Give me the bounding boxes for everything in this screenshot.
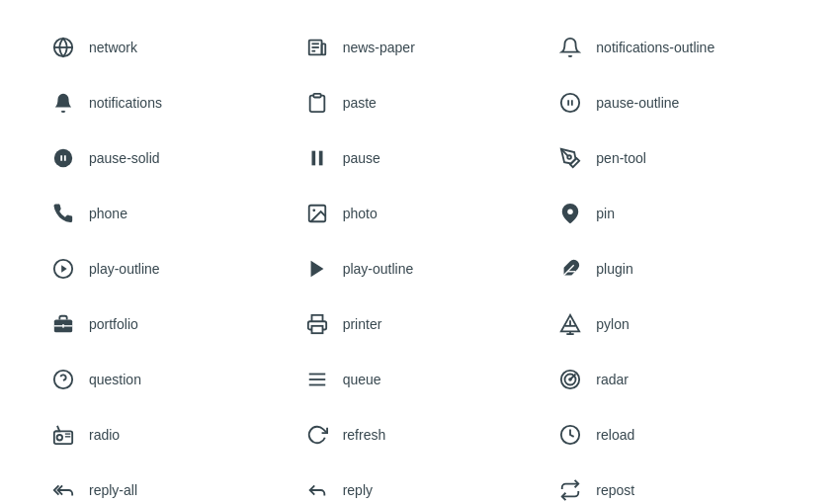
phone-icon bbox=[49, 200, 77, 227]
radio-label: radio bbox=[89, 427, 120, 443]
question-icon bbox=[49, 366, 77, 393]
icon-item-reply: reply bbox=[294, 462, 547, 504]
pen-tool-label: pen-tool bbox=[596, 150, 646, 166]
notifications-outline-icon bbox=[556, 34, 584, 61]
network-icon bbox=[49, 34, 77, 61]
icon-item-pause-outline: pause-outline bbox=[546, 75, 800, 130]
svg-rect-3 bbox=[321, 43, 325, 54]
icon-item-play-outline2: play-outline bbox=[294, 241, 547, 296]
notifications-outline-label: notifications-outline bbox=[596, 40, 714, 55]
notifications-label: notifications bbox=[89, 95, 162, 111]
svg-marker-21 bbox=[61, 265, 66, 272]
pause-outline-label: pause-outline bbox=[596, 95, 679, 111]
plugin-label: plugin bbox=[596, 261, 632, 277]
queue-icon bbox=[303, 366, 331, 393]
news-paper-icon bbox=[303, 34, 331, 61]
paste-icon bbox=[303, 89, 331, 117]
icon-item-paste: paste bbox=[294, 75, 547, 130]
question-label: question bbox=[89, 372, 141, 387]
notifications-icon bbox=[49, 89, 77, 117]
icon-item-pin: pin bbox=[546, 186, 800, 241]
reload-icon bbox=[556, 421, 584, 449]
printer-icon bbox=[303, 310, 331, 338]
svg-point-18 bbox=[312, 209, 315, 211]
icon-item-phone: phone bbox=[40, 186, 294, 241]
photo-icon bbox=[303, 200, 331, 227]
icon-item-refresh: refresh bbox=[294, 407, 547, 462]
play-icon bbox=[303, 255, 331, 283]
svg-point-11 bbox=[54, 149, 72, 167]
icon-item-pylon: pylon bbox=[546, 296, 800, 352]
reply-all-icon bbox=[49, 476, 77, 504]
photo-label: photo bbox=[343, 206, 378, 221]
icon-item-radar: radar bbox=[546, 352, 800, 407]
icon-item-queue: queue bbox=[294, 352, 547, 407]
play-outline2-label: play-outline bbox=[343, 261, 414, 277]
radar-icon bbox=[556, 366, 584, 393]
pylon-icon bbox=[556, 310, 584, 338]
icon-item-notifications: notifications bbox=[40, 75, 294, 130]
pause-icon bbox=[303, 144, 331, 172]
icon-item-photo: photo bbox=[294, 186, 547, 241]
reply-all-label: reply-all bbox=[89, 482, 137, 498]
icon-item-pen-tool: pen-tool bbox=[546, 130, 800, 186]
phone-label: phone bbox=[89, 206, 127, 221]
icon-item-question: question bbox=[40, 352, 294, 407]
svg-rect-28 bbox=[311, 326, 322, 333]
news-paper-label: news-paper bbox=[343, 40, 415, 55]
printer-label: printer bbox=[343, 316, 382, 332]
icon-item-pause-solid: pause-solid bbox=[40, 130, 294, 186]
icon-item-portfolio: portfolio bbox=[40, 296, 294, 352]
reply-label: reply bbox=[343, 482, 373, 498]
icon-item-reload: reload bbox=[546, 407, 800, 462]
icon-item-radio: radio bbox=[40, 407, 294, 462]
svg-rect-14 bbox=[311, 151, 315, 166]
play-outline-circle-icon bbox=[49, 255, 77, 283]
icon-item-plugin: plugin bbox=[546, 241, 800, 296]
pin-label: pin bbox=[596, 206, 615, 221]
refresh-icon bbox=[303, 421, 331, 449]
reload-label: reload bbox=[596, 427, 634, 443]
portfolio-icon bbox=[49, 310, 77, 338]
icon-item-network: network bbox=[40, 20, 294, 75]
radar-label: radar bbox=[596, 372, 629, 387]
icon-item-play-outline: play-outline bbox=[40, 241, 294, 296]
svg-point-8 bbox=[561, 94, 579, 112]
refresh-label: refresh bbox=[343, 427, 386, 443]
icon-item-pause: pause bbox=[294, 130, 547, 186]
svg-rect-15 bbox=[318, 151, 322, 166]
pause-solid-icon bbox=[49, 144, 77, 172]
svg-point-16 bbox=[568, 155, 572, 159]
plugin-icon bbox=[556, 255, 584, 283]
pause-solid-label: pause-solid bbox=[89, 150, 160, 166]
icon-item-notifications-outline: notifications-outline bbox=[546, 20, 800, 75]
svg-rect-7 bbox=[313, 94, 320, 98]
repost-icon bbox=[556, 476, 584, 504]
queue-label: queue bbox=[343, 372, 381, 387]
svg-point-19 bbox=[568, 209, 574, 214]
svg-marker-22 bbox=[310, 261, 323, 278]
icon-grid: network news-paper notifications-outline… bbox=[0, 0, 840, 504]
repost-label: repost bbox=[596, 482, 634, 498]
icon-item-printer: printer bbox=[294, 296, 547, 352]
svg-point-43 bbox=[57, 435, 63, 441]
pause-outline-icon bbox=[556, 89, 584, 117]
pen-tool-icon bbox=[556, 144, 584, 172]
icon-item-news-paper: news-paper bbox=[294, 20, 547, 75]
pylon-label: pylon bbox=[596, 316, 629, 332]
pause-label: pause bbox=[343, 150, 380, 166]
icon-item-reply-all: reply-all bbox=[40, 462, 294, 504]
icon-item-repost: repost bbox=[546, 462, 800, 504]
play-outline-label: play-outline bbox=[89, 261, 160, 277]
reply-icon bbox=[303, 476, 331, 504]
network-label: network bbox=[89, 40, 137, 55]
paste-label: paste bbox=[343, 95, 377, 111]
pin-icon bbox=[556, 200, 584, 227]
portfolio-label: portfolio bbox=[89, 316, 138, 332]
radio-icon bbox=[49, 421, 77, 449]
